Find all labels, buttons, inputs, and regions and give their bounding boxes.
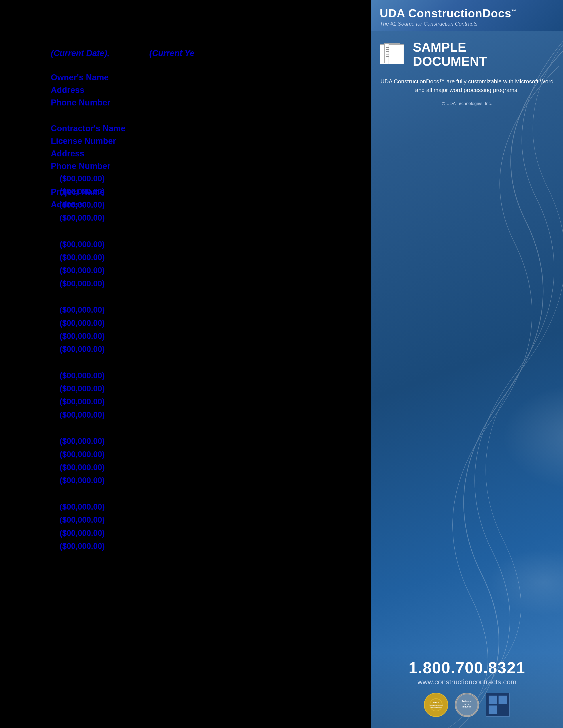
grid-cell-1 [489,696,497,704]
money-value: ($00,000.00) [60,172,105,185]
owner-phone: Phone Number [51,96,371,109]
money-value: ($00,000.00) [60,317,105,330]
document-content: (Current Date), (Current Ye Owner's Name… [51,49,371,728]
grid-cell-4 [499,705,507,714]
money-section-1: ($00,000.00) ($00,000.00) ($00,000.00) (… [60,172,105,225]
website-url: www.constructioncontracts.com [380,678,554,686]
sidebar-description: UDA ConstructionDocs™ are fully customiz… [371,73,563,101]
money-value: ($00,000.00) [60,264,105,277]
contractor-address: Address [51,147,371,160]
money-value: ($00,000.00) [60,369,105,382]
owner-address: Address [51,84,371,96]
grid-logo [486,693,510,717]
money-value: ($00,000.00) [60,343,105,356]
money-value: ($00,000.00) [60,500,105,513]
money-value: ($00,000.00) [60,251,105,264]
svg-text:by the: by the [464,703,470,705]
money-value: ($00,000.00) [60,513,105,526]
money-value: ($00,000.00) [60,303,105,316]
money-value: ($00,000.00) [60,185,105,198]
owner-block: Owner's Name Address Phone Number [51,71,371,109]
brand-subtitle: The #1 Source for Construction Contracts [380,21,554,27]
money-value: ($00,000.00) [60,461,105,474]
sidebar: UDA ConstructionDocs™ The #1 Source for … [371,0,563,728]
owner-name: Owner's Name [51,71,371,84]
money-value: ($00,000.00) [60,382,105,395]
brand-title: UDA ConstructionDocs™ [380,7,554,20]
money-value: ($00,000.00) [60,238,105,251]
endorsed-icon: Endorsed by the Industry [455,693,479,716]
date-line: (Current Date), (Current Ye [51,49,371,58]
money-section-4: ($00,000.00) ($00,000.00) ($00,000.00) (… [60,369,105,422]
money-value: ($00,000.00) [60,527,105,540]
sidebar-middle [371,111,563,652]
money-value: ($00,000.00) [60,198,105,211]
endorsed-logo: Endorsed by the Industry [455,693,479,717]
svg-text:National Association: National Association [430,705,443,706]
money-value: ($00,000.00) [60,395,105,408]
svg-text:Industry: Industry [463,705,472,708]
grid-cell-3 [489,705,497,714]
svg-text:of Home Builders: of Home Builders [431,707,442,708]
sidebar-header: UDA ConstructionDocs™ The #1 Source for … [371,0,563,31]
money-value: ($00,000.00) [60,408,105,421]
money-section-2: ($00,000.00) ($00,000.00) ($00,000.00) (… [60,238,105,290]
svg-text:Endorsed: Endorsed [462,700,472,703]
money-value: ($00,000.00) [60,540,105,553]
contractor-license: License Number [51,135,371,147]
main-document-area: (Current Date), (Current Ye Owner's Name… [0,0,371,728]
money-value: ($00,000.00) [60,211,105,224]
money-value: ($00,000.00) [60,474,105,487]
grid-cell-2 [499,696,507,704]
money-section-3: ($00,000.00) ($00,000.00) ($00,000.00) (… [60,303,105,356]
current-year: (Current Ye [149,49,194,58]
sample-doc-area: SAMPLE DOCUMENT [371,31,563,73]
nahb-icon: NAHB National Association of Home Builde… [430,698,443,711]
current-date: (Current Date), [51,49,109,58]
logos-row: NAHB National Association of Home Builde… [380,693,554,721]
contractor-block: Contractor's Name License Number Address… [51,122,371,173]
phone-number: 1.800.700.8321 [380,659,554,677]
money-value: ($00,000.00) [60,448,105,461]
copyright-text: © UDA Technologies, Inc. [371,101,563,111]
money-section-6: ($00,000.00) ($00,000.00) ($00,000.00) (… [60,500,105,553]
document-icon [380,43,406,65]
money-sections: ($00,000.00) ($00,000.00) ($00,000.00) (… [60,172,105,566]
contractor-phone: Phone Number [51,160,371,173]
sample-label: SAMPLE DOCUMENT [413,40,487,68]
nahb-logo: NAHB National Association of Home Builde… [424,693,448,717]
svg-text:NAHB: NAHB [433,701,439,704]
doc-page-3 [389,44,404,64]
money-value: ($00,000.00) [60,330,105,343]
contractor-name: Contractor's Name [51,122,371,135]
money-section-5: ($00,000.00) ($00,000.00) ($00,000.00) (… [60,435,105,487]
money-value: ($00,000.00) [60,277,105,290]
sidebar-footer: 1.800.700.8321 www.constructioncontracts… [371,652,563,728]
money-value: ($00,000.00) [60,435,105,448]
